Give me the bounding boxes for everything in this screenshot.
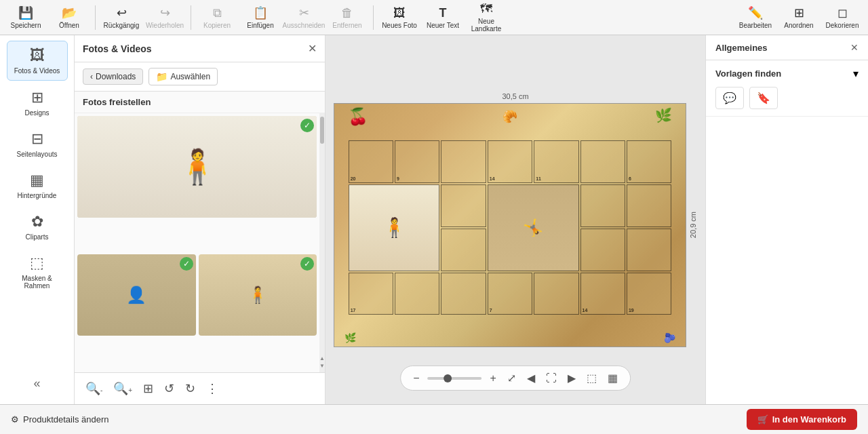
save-icon: 💾	[18, 5, 33, 20]
zoom-in-button[interactable]: 🔍+	[111, 378, 135, 399]
sidebar-item-designs[interactable]: ⊞ Designs	[7, 83, 68, 122]
panel-scrollbar[interactable]: ▲ ▼	[319, 113, 325, 372]
canvas-zoom-in-button[interactable]: +	[488, 371, 499, 386]
decoration-bottom-left: 🌿	[344, 332, 356, 343]
canvas-zoom-out-button[interactable]: −	[410, 371, 422, 386]
rotate-left-button[interactable]: ↺	[161, 378, 177, 399]
sidebar-item-hintergruende[interactable]: ▦ Hintergründe	[7, 166, 68, 205]
cut-icon: ✂	[299, 5, 309, 20]
right-panel-section-header[interactable]: Vorlagen finden ▾	[715, 67, 859, 80]
photos-icon: 🖼	[30, 47, 45, 64]
toolbar-btn-neuer-text[interactable]: T Neuer Text	[422, 3, 463, 33]
delete-icon: 🗑	[341, 6, 353, 20]
tool1-icon: ⬚	[587, 372, 597, 384]
add-to-cart-button[interactable]: 🛒 In den Warenkorb	[747, 409, 857, 430]
next-icon: ▶	[568, 372, 576, 384]
panel-section-title: Fotos freistellen	[75, 92, 325, 113]
photo-thumb-3[interactable]: 🧍 ✓	[199, 254, 317, 336]
template-chat-button[interactable]: 💬	[715, 87, 744, 109]
canvas-content[interactable]: 🍒 🌿 🥐 20 9 14 11 6 🧍	[334, 103, 686, 347]
photo-thumb-1[interactable]: 🧍 ✓	[77, 116, 317, 218]
advent-calendar-grid: 20 9 14 11 6 🧍 🤸	[349, 140, 672, 315]
toolbar-btn-dekorieren[interactable]: ◻ Dekorieren	[822, 3, 863, 33]
canvas-tool1-button[interactable]: ⬚	[584, 370, 599, 386]
photo-thumb-2[interactable]: 👤 ✓	[77, 254, 196, 336]
toolbar-btn-bearbeiten[interactable]: ✏️ Bearbeiten	[735, 3, 776, 33]
cal-cell-r3c7	[627, 229, 671, 271]
canvas-tool2-button[interactable]: ▦	[605, 370, 620, 386]
cal-cell-r3c6	[580, 229, 625, 271]
toolbar-btn-neues-foto[interactable]: 🖼 Neues Foto	[379, 3, 420, 33]
cliparts-icon: ✿	[31, 213, 43, 231]
cal-cell-19: 19	[627, 273, 671, 315]
panel-nav: ‹ Downloads 📁 Auswählen	[75, 62, 325, 92]
prev-icon: ◀	[527, 372, 535, 384]
cal-cell-r3c3	[441, 229, 486, 271]
grid-view-button[interactable]: ⊞	[140, 378, 156, 399]
open-icon: 📂	[62, 5, 77, 20]
scroll-thumb	[320, 117, 324, 144]
copy-icon: ⧉	[213, 6, 222, 20]
layouts-icon: ⊟	[31, 130, 43, 148]
toolbar-btn-rueckgaengig[interactable]: ↩ Rückgängig	[101, 3, 142, 33]
right-panel-close-button[interactable]: ✕	[850, 42, 859, 53]
panel-title: Fotos & Videos	[83, 43, 152, 54]
new-text-icon: T	[439, 6, 447, 20]
cal-photo1-figure: 🧍	[349, 185, 439, 271]
cal-cell-photo2: 🤸	[488, 184, 579, 271]
sidebar-collapse-button[interactable]: «	[28, 374, 45, 393]
decoration-leaves: 🌿	[655, 107, 672, 123]
photo-check-2: ✓	[180, 257, 193, 271]
sidebar-item-seitenlayouts[interactable]: ⊟ Seitenlayouts	[7, 125, 68, 163]
toolbar-btn-entfernen[interactable]: 🗑 Entfernen	[327, 3, 368, 33]
cal-cell-empty1	[441, 140, 486, 183]
panel-select-button[interactable]: 📁 Auswählen	[149, 68, 218, 85]
cal-cell-6: 6	[627, 140, 671, 183]
cal-cell-17: 17	[349, 273, 393, 315]
canvas-expand-button[interactable]: ⤢	[505, 370, 519, 386]
photo-bg-2: 👤	[77, 254, 196, 336]
zoom-slider[interactable]	[428, 377, 482, 380]
rotate-right-button[interactable]: ↻	[182, 378, 198, 399]
toolbar-btn-speichern[interactable]: 💾 Speichern	[5, 3, 46, 33]
separator-3	[373, 5, 374, 30]
masks-icon: ⬚	[30, 254, 44, 272]
cal-cell-20: 20	[349, 140, 393, 183]
toolbar-btn-anordnen[interactable]: ⊞ Anordnen	[778, 3, 819, 33]
undo-icon: ↩	[117, 5, 127, 20]
right-panel-header: Allgemeines ✕	[706, 35, 868, 60]
sidebar-item-masken-rahmen[interactable]: ⬚ Masken & Rahmen	[7, 249, 68, 295]
photo-bg-3: 🧍	[199, 254, 317, 336]
panel-header: Fotos & Videos ✕	[75, 35, 325, 62]
canvas-next-button[interactable]: ▶	[565, 370, 578, 386]
canvas-prev-button[interactable]: ◀	[524, 370, 538, 386]
template-bookmark-button[interactable]: 🔖	[749, 87, 778, 109]
toolbar-btn-neue-landkarte[interactable]: 🗺 Neue Landkarte	[466, 3, 507, 33]
toolbar-btn-kopieren[interactable]: ⧉ Kopieren	[197, 3, 237, 33]
toolbar-btn-einfuegen[interactable]: 📋 Einfügen	[240, 3, 281, 33]
toolbar-btn-wiederholen[interactable]: ↪ Wiederholen	[144, 3, 185, 33]
expand-icon: ⤢	[507, 372, 516, 384]
scroll-arrows: ▲ ▼	[319, 355, 325, 369]
toolbar-btn-ausschneiden[interactable]: ✂ Ausschneiden	[283, 3, 324, 33]
panel-close-button[interactable]: ✕	[308, 42, 317, 55]
ruler-right: 20,9 cm	[689, 212, 697, 238]
section-chevron-icon: ▾	[853, 67, 859, 80]
cal-cell-14b: 14	[580, 273, 625, 315]
zoom-out-button[interactable]: 🔍-	[83, 378, 105, 399]
canvas-fullscreen-button[interactable]: ⛶	[543, 371, 559, 386]
toolbar-right: ✏️ Bearbeiten ⊞ Anordnen ◻ Dekorieren	[735, 3, 863, 33]
cal-cell-9: 9	[395, 140, 439, 183]
sidebar-item-fotos-videos[interactable]: 🖼 Fotos & Videos	[7, 41, 68, 81]
gear-icon: ⚙	[11, 414, 19, 425]
chat-icon: 💬	[723, 92, 736, 104]
sidebar-item-cliparts[interactable]: ✿ Cliparts	[7, 208, 68, 246]
product-details-button[interactable]: ⚙ Produktdetails ändern	[11, 414, 108, 425]
section-icons: 💬 🔖	[715, 87, 859, 109]
cal-cell-r4c4: 7	[488, 273, 532, 315]
redo-icon: ↪	[160, 5, 170, 20]
toolbar-btn-oeffnen[interactable]: 📂 Öffnen	[49, 3, 90, 33]
ruler-top: 30,5 cm	[502, 92, 528, 100]
more-options-button[interactable]: ⋮	[203, 378, 221, 399]
panel-back-button[interactable]: ‹ Downloads	[83, 68, 143, 85]
